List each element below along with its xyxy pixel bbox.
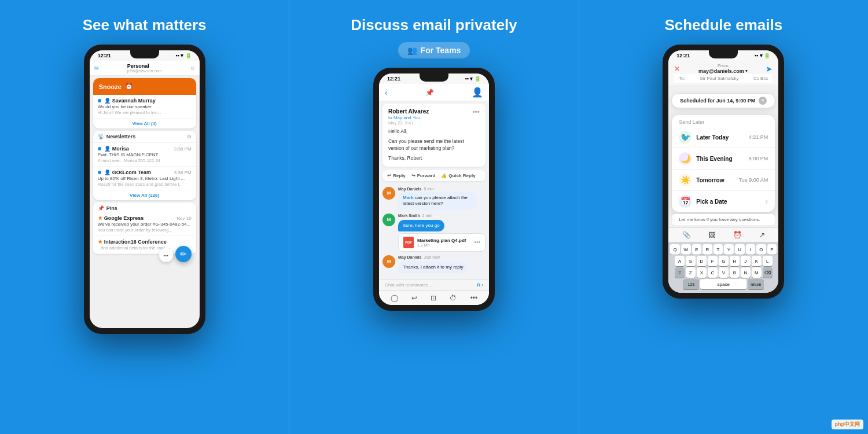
email-item-header: 👤 Savannah Murray	[98, 98, 192, 104]
thread-sign: Thanks, Robert	[388, 155, 480, 162]
thread-bottom-bar: ◯ ↩ ⊡ ⏱ •••	[379, 290, 489, 305]
back-nav-icon[interactable]: ↩	[411, 294, 417, 302]
snooze-clock-icon: ⏰	[125, 83, 133, 90]
key-v[interactable]: V	[719, 267, 729, 278]
account-header: ✉ Personal john@dawson.com ⊙	[90, 61, 200, 76]
key-x[interactable]: X	[697, 267, 707, 278]
key-shift[interactable]: ⇧	[675, 267, 685, 278]
file-info: Marketing-plan Q4.pdf 1.2 Mb	[417, 238, 470, 247]
back-icon[interactable]: ‹	[385, 88, 388, 97]
status-time-3: 12:21	[676, 53, 690, 58]
mark-avatar: M	[382, 214, 395, 226]
key-h[interactable]: H	[730, 256, 740, 266]
key-return[interactable]: return	[748, 279, 764, 289]
send-option-this-evening[interactable]: 🌙 This Evening 8:00 PM	[672, 148, 775, 170]
thread-meta: to May and You	[388, 115, 429, 120]
key-backspace[interactable]: ⌫	[763, 267, 773, 278]
key-m[interactable]: M	[752, 267, 762, 278]
attach-icon[interactable]: 📎	[682, 231, 691, 239]
alarm-icon[interactable]: ⏰	[733, 231, 742, 239]
send-later-icon[interactable]: ↗	[759, 231, 765, 239]
email-item-savannah[interactable]: 👤 Savannah Murray Would you be our speak…	[93, 95, 196, 119]
chat-send-icon: R ›	[477, 282, 483, 288]
key-f[interactable]: F	[708, 256, 718, 266]
dropdown-icon: ▾	[745, 69, 748, 73]
dots-icon[interactable]: •••	[470, 294, 478, 302]
key-r[interactable]: R	[703, 244, 712, 255]
forward-icon: ↪	[411, 173, 415, 178]
pdf-icon: PDF	[403, 237, 414, 248]
may-bubble-1: Mark can you please attach the latest ve…	[398, 192, 477, 210]
send-option-tomorrow[interactable]: ☀️ Tomorrow Tue 9:00 AM	[672, 170, 775, 191]
remove-schedule-btn[interactable]: ✕	[759, 97, 767, 105]
account-label: Personal	[127, 63, 162, 69]
snooze-banner: Snooze ⏰	[93, 78, 196, 95]
phone-body-1: 12:21 ▪▪ ▾ 🔋 ✉ Personal john@dawson.com …	[84, 45, 205, 334]
compose-header-row: ✕ From may@daniels.com ▾ ➤	[674, 63, 773, 74]
pin-nav-icon[interactable]: 📌	[425, 89, 434, 97]
key-i[interactable]: I	[746, 244, 756, 255]
archive-icon[interactable]: ⊡	[431, 294, 436, 302]
key-t[interactable]: T	[713, 244, 723, 255]
home-icon[interactable]: ◯	[391, 294, 398, 302]
chat-row-may1: M May Daniels 5 min Mark can you please …	[382, 187, 486, 210]
file-attachment[interactable]: PDF Marketing-plan Q4.pdf 1.2 Mb •••	[398, 233, 486, 252]
gog-sender: 👤 GOG.com Team	[98, 170, 151, 175]
notch-3	[709, 50, 738, 58]
key-p[interactable]: P	[767, 244, 777, 255]
key-y[interactable]: Y	[724, 244, 734, 255]
mark-bubble-wrap: Mark Smith 2 min Sure, here you go PDF M…	[398, 214, 486, 252]
key-o[interactable]: O	[756, 244, 766, 255]
key-q[interactable]: Q	[670, 244, 680, 255]
key-j[interactable]: J	[741, 256, 751, 266]
chat-input-bar[interactable]: Chat with teammates ... R ›	[379, 279, 489, 290]
more-fab[interactable]: •••	[159, 248, 173, 262]
key-space[interactable]: space	[700, 279, 746, 289]
quick-reply-label: Quick Reply	[448, 173, 475, 178]
key-g[interactable]: G	[719, 256, 729, 266]
status-icons-1: ▪▪ ▾ 🔋	[175, 53, 191, 58]
image-icon[interactable]: 🖼	[708, 231, 715, 239]
key-w[interactable]: W	[681, 244, 691, 255]
reply-btn[interactable]: ↩ Reply	[387, 173, 406, 178]
key-n[interactable]: N	[741, 267, 751, 278]
panel3-title: Schedule emails	[664, 16, 782, 34]
key-a[interactable]: A	[675, 256, 685, 266]
view-all-1[interactable]: View All (4)	[93, 119, 196, 128]
reply-label: Reply	[393, 173, 406, 178]
clock-icon[interactable]: ⏱	[450, 294, 457, 302]
compose-toolbar: 📎 🖼 ⏰ ↗	[668, 227, 778, 242]
file-more-icon[interactable]: •••	[474, 239, 480, 245]
pin-item-google[interactable]: ★ Google Express Nov 10 We've received y…	[93, 212, 196, 236]
key-z[interactable]: Z	[686, 267, 696, 278]
send-later-panel: Send Later 🐦 Later Today 4:21 PM 🌙	[672, 115, 775, 212]
key-e[interactable]: E	[692, 244, 702, 255]
send-option-later-today[interactable]: 🐦 Later Today 4:21 PM	[672, 127, 775, 148]
forward-btn[interactable]: ↪ Forward	[411, 173, 436, 178]
key-s[interactable]: S	[686, 256, 696, 266]
key-l[interactable]: L	[763, 256, 773, 266]
close-compose-icon[interactable]: ✕	[674, 65, 680, 73]
compose-fab[interactable]: ✏	[175, 246, 192, 262]
more-icon[interactable]: •••	[472, 108, 480, 116]
view-all-2[interactable]: View All (226)	[93, 190, 196, 200]
key-d[interactable]: D	[697, 256, 707, 266]
this-evening-time: 8:00 PM	[749, 156, 768, 161]
compose-header: ✕ From may@daniels.com ▾ ➤ To: Sir Paul	[668, 61, 778, 86]
key-123[interactable]: 123	[683, 279, 699, 289]
scheduled-badge-text: Scheduled for Jun 14, 9:00 PM	[680, 98, 755, 104]
gog-dot	[98, 171, 101, 174]
star-icon-interaction: ★	[98, 239, 102, 245]
email-item-morisa[interactable]: 👤 Morisa 3:38 PM Fwd: THIS IS MAGNIFICEN…	[93, 143, 196, 167]
later-today-icon: 🐦	[679, 131, 692, 144]
status-time-1: 12:21	[98, 53, 111, 58]
key-k[interactable]: K	[752, 256, 762, 266]
quick-reply-btn[interactable]: 👍 Quick Reply	[441, 173, 475, 178]
key-b[interactable]: B	[730, 267, 740, 278]
key-u[interactable]: U	[735, 244, 745, 255]
email-item-gog[interactable]: 👤 GOG.com Team 3:38 PM Up to 80% off Ris…	[93, 167, 196, 190]
panel-discuss-privately: Discuss email privately 👥 For Teams 12:2…	[289, 0, 579, 434]
key-c[interactable]: C	[708, 267, 718, 278]
send-option-pick-date[interactable]: 📅 Pick a Date ›	[672, 191, 775, 212]
send-icon[interactable]: ➤	[766, 64, 773, 73]
